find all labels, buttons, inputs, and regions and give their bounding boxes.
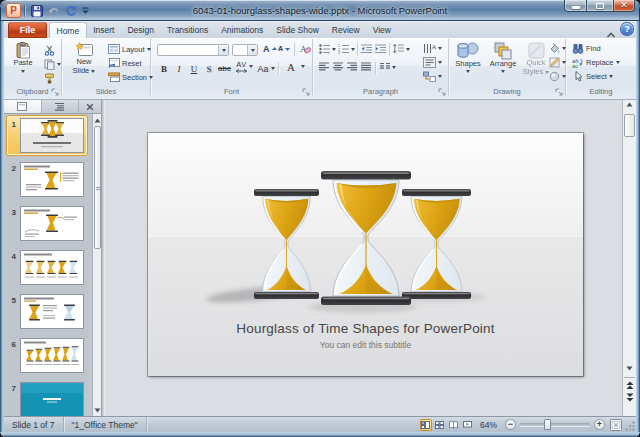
zoom-in-button[interactable]: +: [594, 419, 605, 430]
tab-transitions[interactable]: Transitions: [160, 22, 214, 38]
normal-view-button[interactable]: [420, 419, 432, 431]
align-text-button[interactable]: [423, 57, 442, 68]
previous-slide-button[interactable]: [624, 381, 635, 390]
slide-indicator[interactable]: Slide 1 of 7: [4, 417, 64, 432]
align-right-button[interactable]: [347, 62, 357, 72]
drawing-dialog-launcher-icon[interactable]: [555, 88, 563, 96]
replace-button[interactable]: ab ac Replace: [572, 57, 620, 68]
line-spacing-button[interactable]: [393, 44, 410, 54]
slide-sorter-view-button[interactable]: [434, 419, 446, 431]
shrink-font-button[interactable]: A: [278, 45, 290, 52]
next-slide-button[interactable]: [624, 393, 635, 402]
close-button[interactable]: ✕: [613, 0, 635, 12]
scroll-up-icon[interactable]: [624, 102, 635, 107]
bold-button[interactable]: B: [158, 62, 170, 75]
powerpoint-window: P: [0, 0, 640, 437]
layout-button[interactable]: Layout: [108, 44, 151, 54]
help-icon[interactable]: ?: [621, 23, 633, 35]
justify-button[interactable]: [361, 62, 371, 72]
reset-button[interactable]: Reset: [108, 58, 142, 68]
text-direction-button[interactable]: A: [423, 43, 442, 54]
resize-grip[interactable]: [625, 421, 635, 431]
new-slide-button[interactable]: NewSlide: [67, 42, 101, 75]
reading-view-button[interactable]: [448, 419, 460, 431]
thumbnail-slide-2[interactable]: [20, 162, 84, 197]
current-slide[interactable]: Hourglass of Time Shapes for PowerPoint …: [148, 133, 583, 376]
shape-fill-button[interactable]: [549, 43, 566, 54]
underline-button[interactable]: U: [188, 62, 200, 75]
find-button[interactable]: Find: [572, 43, 601, 54]
section-button[interactable]: Section: [108, 72, 153, 82]
zoom-slider-thumb[interactable]: [544, 419, 551, 430]
thumbnail-slide-7[interactable]: [20, 382, 84, 416]
close-pane-button[interactable]: [79, 100, 101, 113]
align-center-button[interactable]: [333, 62, 343, 72]
tab-design[interactable]: Design: [121, 22, 160, 38]
paragraph-dialog-launcher-icon[interactable]: [438, 88, 446, 96]
tab-home[interactable]: Home: [49, 22, 87, 38]
tab-review[interactable]: Review: [325, 22, 366, 38]
select-button[interactable]: Select: [572, 71, 613, 82]
font-color-button[interactable]: A: [285, 60, 305, 73]
tab-slides-thumbnails[interactable]: [4, 100, 42, 113]
thumbnails-scrollbar[interactable]: [92, 114, 101, 416]
shape-outline-button[interactable]: [549, 57, 566, 68]
align-left-button[interactable]: [319, 62, 329, 72]
text-shadow-button[interactable]: S: [203, 62, 215, 75]
editor-scrollbar-thumb[interactable]: [624, 114, 635, 137]
tab-slide-show[interactable]: Slide Show: [270, 22, 326, 38]
convert-smartart-button[interactable]: [423, 71, 442, 82]
thumbnail-slide-6[interactable]: [20, 338, 84, 373]
tab-animations[interactable]: Animations: [215, 22, 270, 38]
clear-formatting-button[interactable]: A: [299, 43, 311, 55]
zoom-level[interactable]: 64%: [480, 420, 497, 430]
tab-outline[interactable]: [42, 100, 80, 113]
thumbnail-slide-1[interactable]: [20, 118, 84, 153]
tab-insert[interactable]: Insert: [87, 22, 121, 38]
arrange-button[interactable]: Arrange: [486, 42, 520, 73]
zoom-slider[interactable]: [520, 423, 590, 426]
tab-file[interactable]: File: [8, 22, 47, 38]
minimize-button[interactable]: [564, 0, 587, 12]
character-spacing-button[interactable]: AV: [236, 61, 253, 73]
window-title: 6043-01-hourglass-shapes-wide.pptx - Mic…: [0, 0, 640, 20]
change-case-button[interactable]: Aa: [257, 62, 275, 75]
paste-button[interactable]: Paste: [10, 42, 36, 73]
shape-effects-button[interactable]: [549, 71, 566, 82]
editor-scrollbar[interactable]: [622, 100, 636, 416]
tab-view[interactable]: View: [366, 22, 397, 38]
font-dialog-launcher-icon[interactable]: [302, 88, 310, 96]
font-name-combo[interactable]: [157, 44, 229, 56]
thumbnail-slide-4[interactable]: [20, 250, 84, 285]
italic-button[interactable]: I: [173, 62, 185, 75]
decrease-indent-button[interactable]: [361, 44, 372, 54]
zoom-out-button[interactable]: −: [505, 419, 516, 430]
increase-indent-button[interactable]: [375, 44, 386, 54]
minimize-ribbon-icon[interactable]: [606, 25, 616, 33]
copy-button[interactable]: [44, 59, 61, 70]
font-size-combo[interactable]: [232, 44, 258, 56]
grow-font-button[interactable]: A: [263, 44, 277, 54]
format-painter-button[interactable]: [44, 73, 55, 84]
clipboard-dialog-launcher-icon[interactable]: [51, 88, 59, 96]
slide-subtitle[interactable]: You can edit this subtitle: [148, 340, 583, 350]
strikethrough-button[interactable]: abc: [218, 62, 231, 75]
group-label-drawing: Drawing: [449, 87, 565, 96]
scroll-down-icon[interactable]: [93, 405, 101, 415]
cut-button[interactable]: [44, 45, 55, 56]
columns-button[interactable]: [380, 62, 396, 72]
fit-slide-to-window-button[interactable]: [609, 418, 622, 431]
slide-show-button[interactable]: [462, 419, 474, 431]
theme-indicator[interactable]: "1_Office Theme": [64, 417, 147, 432]
scroll-up-icon[interactable]: [93, 115, 101, 125]
maximize-button[interactable]: [587, 0, 613, 12]
scroll-down-icon[interactable]: [624, 366, 635, 371]
shapes-button[interactable]: Shapes: [452, 42, 484, 73]
scrollbar-thumb[interactable]: [94, 126, 101, 249]
quick-styles-button[interactable]: QuickStyles: [521, 42, 551, 76]
thumbnail-slide-3[interactable]: [20, 206, 84, 241]
slide-title[interactable]: Hourglass of Time Shapes for PowerPoint: [148, 321, 583, 336]
numbering-button[interactable]: 123: [338, 44, 355, 54]
bullets-button[interactable]: [319, 44, 336, 54]
thumbnail-slide-5[interactable]: [20, 294, 84, 329]
